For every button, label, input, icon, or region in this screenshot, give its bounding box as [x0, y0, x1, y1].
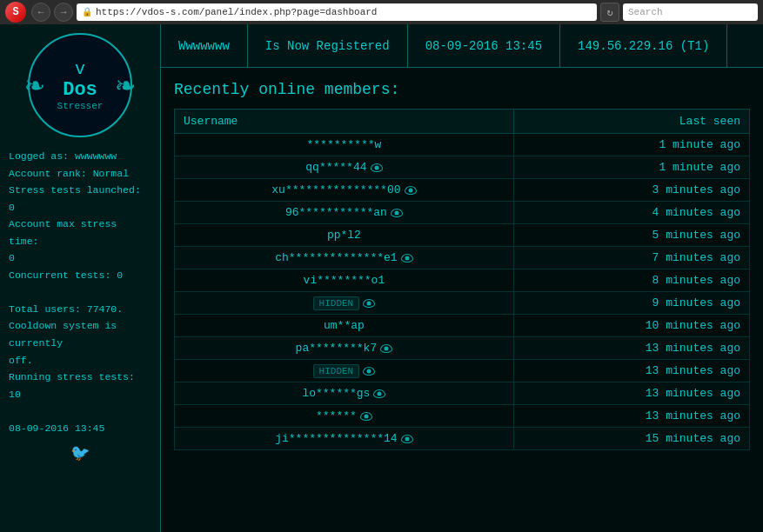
eye-icon[interactable] — [405, 186, 417, 195]
table-row: um**ap10 minutes ago — [175, 315, 750, 337]
url-bar[interactable]: 🔒 https://vdos-s.com/panel/index.php?pag… — [77, 3, 597, 21]
col-username: Username — [175, 110, 514, 134]
eye-icon[interactable] — [391, 209, 403, 217]
eye-icon[interactable] — [371, 163, 383, 172]
last-seen-cell: 1 minute ago — [513, 156, 749, 179]
logged-as-label: Logged as: — [9, 150, 69, 162]
cooldown-label: Cooldown system is currently — [9, 320, 117, 349]
logged-as-row: Logged as: wwwwwww — [9, 148, 151, 165]
last-seen-cell: 13 minutes ago — [513, 360, 749, 382]
username-cell: HIDDEN — [175, 292, 514, 315]
username-cell: lo******gs — [175, 382, 514, 405]
logo-dos: Dos — [63, 79, 97, 101]
table-row: pa********k713 minutes ago — [175, 337, 750, 360]
table-row: HIDDEN13 minutes ago — [175, 360, 750, 382]
account-rank-value: Normal — [93, 168, 129, 179]
cooldown-row: Cooldown system is currently — [9, 317, 151, 351]
username-cell: ji**************14 — [175, 428, 514, 450]
cooldown-value-row: off. — [9, 352, 151, 369]
banner-datetime: 08-09-2016 13:45 — [408, 24, 560, 67]
username-cell: qq*****44 — [175, 156, 514, 179]
eye-icon[interactable] — [363, 299, 375, 308]
username-cell: um**ap — [175, 315, 514, 337]
eye-icon[interactable] — [380, 344, 392, 353]
last-seen-cell: 13 minutes ago — [513, 382, 749, 405]
url-text: https://vdos-s.com/panel/index.php?page=… — [96, 7, 377, 17]
hidden-badge: HIDDEN — [313, 296, 360, 310]
laurel-right-icon: ❧ — [116, 66, 135, 104]
back-button[interactable]: ← — [31, 3, 50, 22]
eye-icon[interactable] — [373, 389, 385, 398]
concurrent-label: Concurrent tests: — [9, 269, 110, 281]
table-row: ji**************1415 minutes ago — [175, 428, 750, 450]
max-stress-value: 0 — [9, 252, 15, 263]
stress-launched-value: 0 — [9, 202, 15, 213]
col-last-seen: Last seen — [513, 110, 749, 134]
browser-chrome: S ← → 🔒 https://vdos-s.com/panel/index.p… — [0, 0, 763, 24]
last-seen-cell: 7 minutes ago — [513, 247, 749, 269]
running-value: 10 — [9, 389, 21, 400]
refresh-button[interactable]: ↻ — [600, 3, 619, 22]
last-seen-cell: 3 minutes ago — [513, 179, 749, 202]
max-stress-row: Account max stress time: — [9, 216, 151, 249]
table-row: HIDDEN9 minutes ago — [175, 292, 750, 315]
twitter-icon[interactable]: 🐦 — [70, 443, 90, 462]
browser-search-bar[interactable]: Search — [623, 3, 758, 21]
username-cell: pp*l2 — [175, 224, 514, 247]
logo-v: v — [75, 59, 85, 79]
running-label: Running stress tests: — [9, 371, 135, 382]
table-row: xu***************003 minutes ago — [175, 179, 750, 202]
logo-subtitle: Stresser — [57, 101, 104, 111]
table-row: ******13 minutes ago — [175, 405, 750, 428]
username-cell: HIDDEN — [175, 360, 514, 382]
table-row: pp*l25 minutes ago — [175, 224, 750, 247]
banner-status: Is Now Registered — [248, 24, 408, 67]
table-row: ch**************e17 minutes ago — [175, 247, 750, 269]
members-table: Username Last seen **********w1 minute a… — [174, 109, 750, 450]
username-cell: 96***********an — [175, 202, 514, 224]
concurrent-value: 0 — [117, 269, 123, 281]
content-area: Recently online members: Username Last s… — [161, 68, 763, 532]
eye-icon[interactable] — [401, 254, 413, 263]
eye-icon[interactable] — [401, 435, 413, 443]
forward-button[interactable]: → — [54, 3, 73, 22]
logo-circle: ❧ v Dos Stresser ❧ — [28, 33, 132, 137]
table-row: 96***********an4 minutes ago — [175, 202, 750, 224]
total-users-value: 77470. — [87, 303, 123, 315]
last-seen-cell: 10 minutes ago — [513, 315, 749, 337]
search-label: Search — [628, 7, 663, 17]
table-row: lo******gs13 minutes ago — [175, 382, 750, 405]
table-row: qq*****441 minute ago — [175, 156, 750, 179]
browser-s-icon: S — [5, 2, 26, 23]
banner-username: Wwwwwww — [174, 24, 248, 67]
last-seen-cell: 5 minutes ago — [513, 224, 749, 247]
sidebar-info: Logged as: wwwwwww Account rank: Normal … — [9, 148, 151, 436]
top-banner: Wwwwwww Is Now Registered 08-09-2016 13:… — [161, 24, 763, 68]
sidebar-date: 08-09-2016 13:45 — [9, 420, 151, 437]
username-cell: ch**************e1 — [175, 247, 514, 269]
last-seen-cell: 9 minutes ago — [513, 292, 749, 315]
max-stress-label: Account max stress time: — [9, 218, 117, 247]
username-cell: xu***************00 — [175, 179, 514, 202]
username-cell: **********w — [175, 134, 514, 156]
stress-launched-label: Stress tests launched: — [9, 184, 141, 196]
max-stress-value-row: 0 — [9, 249, 151, 267]
concurrent-row: Concurrent tests: 0 — [9, 267, 151, 284]
logged-as-value: wwwwwww — [75, 150, 117, 162]
table-row: **********w1 minute ago — [175, 134, 750, 156]
username-cell: ****** — [175, 405, 514, 428]
account-rank-row: Account rank: Normal — [9, 165, 151, 183]
banner-ip: 149.56.229.16 (T1) — [560, 24, 727, 67]
eye-icon[interactable] — [360, 412, 372, 421]
table-row: vi********o18 minutes ago — [175, 269, 750, 292]
account-rank-label: Account rank: — [9, 168, 87, 179]
table-header-row: Username Last seen — [175, 110, 750, 134]
total-users-label: Total users: — [9, 303, 81, 315]
main-layout: ❧ v Dos Stresser ❧ Logged as: wwwwwww Ac… — [0, 24, 763, 532]
running-row: Running stress tests: 10 — [9, 369, 151, 402]
username-cell: pa********k7 — [175, 337, 514, 360]
eye-icon[interactable] — [363, 367, 375, 376]
right-panel: Wwwwwww Is Now Registered 08-09-2016 13:… — [161, 24, 763, 532]
section-title: Recently online members: — [174, 81, 750, 98]
last-seen-cell: 1 minute ago — [513, 134, 749, 156]
